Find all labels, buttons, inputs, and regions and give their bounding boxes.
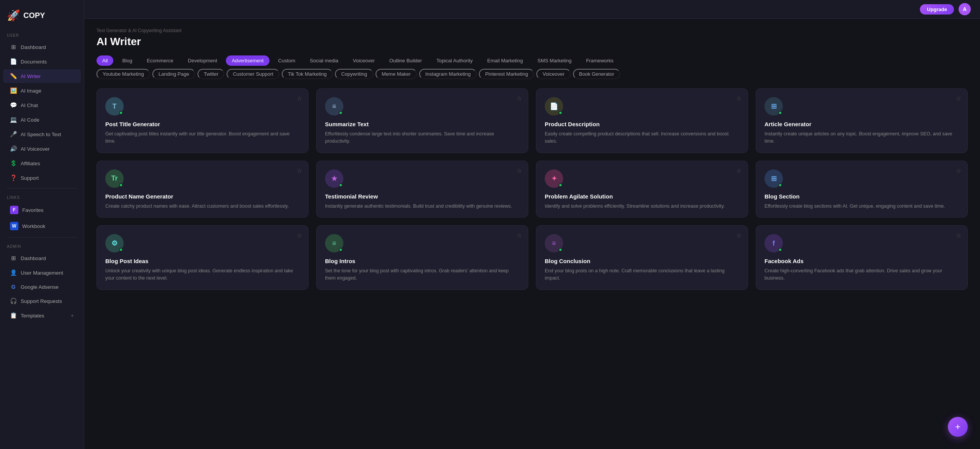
sidebar-item-workbook[interactable]: W Workbook (3, 218, 81, 234)
sub-tab-voiceover[interactable]: Voiceover (536, 69, 570, 79)
sidebar-item-user-management[interactable]: 👤 User Management (3, 266, 81, 280)
card-star-blog-conclusion[interactable]: ☆ (736, 232, 742, 239)
sidebar-item-affiliates[interactable]: 💲 Affiliates (3, 156, 81, 170)
sidebar-item-google-adsense[interactable]: G Google Adsense (3, 280, 81, 293)
sub-tab-copywriting[interactable]: Copywriting (335, 69, 373, 79)
card-article-generator[interactable]: ☆ ⊞ Article Generator Instantly create u… (756, 88, 968, 153)
card-dot-blog-conclusion (559, 248, 562, 252)
sidebar-item-ai-writer[interactable]: ✏️ AI Writer (3, 69, 81, 83)
card-product-description[interactable]: ☆ 📄 Product Description Easily create co… (536, 88, 748, 153)
card-star-blog-post-ideas[interactable]: ☆ (297, 232, 302, 239)
filter-tab-topical-authority[interactable]: Topical Authority (431, 55, 479, 66)
card-title-blog-intros: Blog Intros (325, 258, 519, 264)
card-desc-facebook-ads: Create high-converting Facebook ads that… (764, 267, 959, 282)
sidebar-item-support-requests[interactable]: 🎧 Support Requests (3, 294, 81, 308)
card-icon-testimonial-review: ★ (325, 169, 343, 188)
card-icon-post-title-generator: T (105, 97, 124, 116)
sidebar-item-favorites[interactable]: F Favorites (3, 202, 81, 218)
sub-tab-tiktok-marketing[interactable]: Tik Tok Marketing (282, 69, 333, 79)
card-star-product-name-generator[interactable]: ☆ (297, 167, 302, 174)
filter-tab-voiceover[interactable]: Voiceover (347, 55, 381, 66)
filter-tab-frameworks[interactable]: Frameworks (580, 55, 619, 66)
sidebar-item-label: Workbook (22, 223, 46, 229)
sub-tab-twitter[interactable]: Twitter (198, 69, 224, 79)
sidebar-item-ai-chat[interactable]: 💬 AI Chat (3, 98, 81, 112)
card-star-testimonial-review[interactable]: ☆ (516, 167, 522, 174)
sidebar-divider-2 (7, 237, 77, 238)
filter-tab-outline-builder[interactable]: Outline Builder (384, 55, 428, 66)
card-title-blog-section: Blog Section (764, 193, 959, 200)
card-star-blog-intros[interactable]: ☆ (516, 232, 522, 239)
card-star-product-description[interactable]: ☆ (736, 95, 742, 102)
sidebar-item-ai-code[interactable]: 💻 AI Code (3, 113, 81, 127)
speaker-icon: 🔊 (10, 145, 17, 152)
sub-tab-instagram-marketing[interactable]: Instagram Marketing (419, 69, 477, 79)
card-post-title-generator[interactable]: ☆ T Post Title Generator Get captivating… (96, 88, 309, 153)
card-testimonial-review[interactable]: ☆ ★ Testimonial Review Instantly generat… (316, 161, 528, 218)
card-desc-problem-agilate-solution: Identify and solve problems efficiently.… (545, 203, 739, 210)
filter-tab-ecommerce[interactable]: Ecommerce (141, 55, 179, 66)
sub-tab-pinterest-marketing[interactable]: Pinterest Marketing (479, 69, 534, 79)
filter-tab-sms-marketing[interactable]: SMS Marketing (532, 55, 577, 66)
document-icon: 📄 (10, 58, 17, 65)
card-title-blog-conclusion: Blog Conclusion (545, 258, 739, 264)
sidebar-item-label: Dashboard (21, 255, 46, 261)
filter-tab-email-marketing[interactable]: Email Marketing (482, 55, 529, 66)
sidebar-item-label: AI Speech to Text (21, 132, 61, 137)
sub-tab-landing-page[interactable]: Landing Page (152, 69, 195, 79)
sidebar-item-label: Affiliates (21, 161, 40, 166)
card-title-article-generator: Article Generator (764, 121, 959, 127)
sub-tab-meme-maker[interactable]: Meme Maker (376, 69, 417, 79)
card-dot-blog-section (778, 183, 782, 187)
sub-tab-youtube-marketing[interactable]: Youtube Marketing (96, 69, 150, 79)
card-dot-facebook-ads (778, 248, 782, 252)
user-section-label: USER (0, 29, 84, 40)
card-dot-blog-intros (339, 248, 343, 252)
filter-tabs: All Blog Ecommerce Development Advertise… (96, 55, 968, 66)
card-blog-post-ideas[interactable]: ☆ ⚙ Blog Post Ideas Unlock your creativi… (96, 225, 309, 290)
card-title-post-title-generator: Post Title Generator (105, 121, 300, 127)
card-product-name-generator[interactable]: ☆ Tr Product Name Generator Create catch… (96, 161, 309, 218)
sidebar-item-label: Support Requests (21, 298, 62, 304)
card-star-summarize-text[interactable]: ☆ (516, 95, 522, 102)
card-star-problem-agilate-solution[interactable]: ☆ (736, 167, 742, 174)
filter-tab-development[interactable]: Development (182, 55, 223, 66)
filter-tab-all[interactable]: All (96, 55, 113, 66)
card-blog-intros[interactable]: ☆ ≡ Blog Intros Set the tone for your bl… (316, 225, 528, 290)
upgrade-button[interactable]: Upgrade (920, 4, 954, 15)
card-summarize-text[interactable]: ☆ ≡ Summarize Text Effortlessly condense… (316, 88, 528, 153)
filter-tab-advertisement[interactable]: Advertisement (226, 55, 269, 66)
logo: 🚀 COPY (0, 6, 84, 29)
card-blog-conclusion[interactable]: ☆ ≡ Blog Conclusion End your blog posts … (536, 225, 748, 290)
mic-icon: 🎤 (10, 131, 17, 138)
sidebar-item-admin-dashboard[interactable]: ⊞ Dashboard (3, 251, 81, 265)
sidebar-item-templates[interactable]: 📋 Templates + (3, 309, 81, 322)
card-icon-blog-intros: ≡ (325, 234, 343, 252)
sidebar-item-dashboard[interactable]: ⊞ Dashboard (3, 40, 81, 54)
sidebar-item-support[interactable]: ❓ Support (3, 171, 81, 185)
filter-tab-social-media[interactable]: Social media (304, 55, 344, 66)
sidebar-item-ai-voiceover[interactable]: 🔊 AI Voiceover (3, 142, 81, 156)
card-blog-section[interactable]: ☆ ⊞ Blog Section Effortlessly create blo… (756, 161, 968, 218)
breadcrumb: Text Generator & AI Copywriting Assistan… (96, 28, 968, 33)
sidebar-item-ai-speech[interactable]: 🎤 AI Speech to Text (3, 127, 81, 141)
avatar: A (959, 3, 971, 15)
sub-tab-customer-support[interactable]: Customer Support (227, 69, 279, 79)
card-facebook-ads[interactable]: ☆ f Facebook Ads Create high-converting … (756, 225, 968, 290)
card-problem-agilate-solution[interactable]: ☆ ✦ Problem Agilate Solution Identify an… (536, 161, 748, 218)
links-section-label: LINKS (0, 192, 84, 202)
card-dot-blog-post-ideas (119, 248, 123, 252)
card-icon-blog-post-ideas: ⚙ (105, 234, 124, 252)
card-desc-blog-section: Effortlessly create blog sections with A… (764, 203, 959, 210)
card-star-post-title-generator[interactable]: ☆ (297, 95, 302, 102)
card-star-facebook-ads[interactable]: ☆ (956, 232, 961, 239)
filter-tab-custom[interactable]: Custom (273, 55, 301, 66)
card-star-article-generator[interactable]: ☆ (956, 95, 961, 102)
sidebar-item-documents[interactable]: 📄 Documents (3, 55, 81, 68)
filter-tab-blog[interactable]: Blog (116, 55, 138, 66)
sub-tab-book-generator[interactable]: Book Generator (573, 69, 621, 79)
card-star-blog-section[interactable]: ☆ (956, 167, 961, 174)
fab-button[interactable]: + (948, 417, 968, 437)
sidebar-item-ai-image[interactable]: 🖼️ AI Image (3, 84, 81, 98)
template-plus-icon[interactable]: + (71, 312, 74, 319)
